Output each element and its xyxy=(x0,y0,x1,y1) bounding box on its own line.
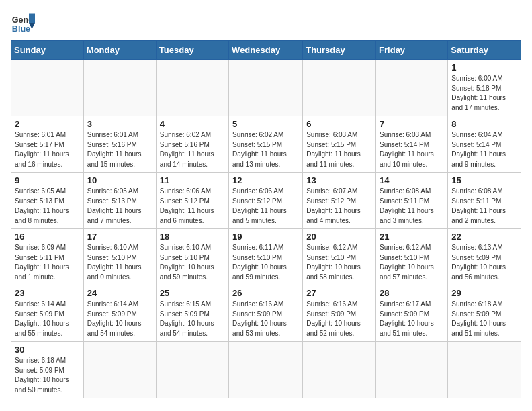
svg-marker-2 xyxy=(29,14,35,24)
day-info: Sunrise: 6:13 AM Sunset: 5:09 PM Dayligh… xyxy=(451,243,517,282)
calendar-cell xyxy=(83,342,156,398)
day-info: Sunrise: 6:10 AM Sunset: 5:10 PM Dayligh… xyxy=(160,243,225,282)
calendar-week-row: 1Sunrise: 6:00 AM Sunset: 5:18 PM Daylig… xyxy=(11,60,521,116)
day-info: Sunrise: 6:01 AM Sunset: 5:17 PM Dayligh… xyxy=(15,130,80,169)
calendar-cell: 5Sunrise: 6:02 AM Sunset: 5:15 PM Daylig… xyxy=(229,116,303,173)
calendar-cell: 16Sunrise: 6:09 AM Sunset: 5:11 PM Dayli… xyxy=(11,229,84,285)
day-info: Sunrise: 6:05 AM Sunset: 5:13 PM Dayligh… xyxy=(87,187,152,226)
calendar-cell: 12Sunrise: 6:06 AM Sunset: 5:12 PM Dayli… xyxy=(229,173,303,229)
day-number: 5 xyxy=(232,119,299,129)
day-number: 18 xyxy=(160,232,225,242)
calendar-cell: 17Sunrise: 6:10 AM Sunset: 5:10 PM Dayli… xyxy=(83,229,156,285)
day-number: 20 xyxy=(306,232,372,242)
day-number: 12 xyxy=(232,175,299,185)
calendar-week-row: 16Sunrise: 6:09 AM Sunset: 5:11 PM Dayli… xyxy=(11,229,521,285)
weekday-header-tuesday: Tuesday xyxy=(156,41,228,60)
weekday-header-thursday: Thursday xyxy=(303,41,376,60)
calendar-week-row: 9Sunrise: 6:05 AM Sunset: 5:13 PM Daylig… xyxy=(11,173,521,229)
calendar-cell: 13Sunrise: 6:07 AM Sunset: 5:12 PM Dayli… xyxy=(303,173,376,229)
calendar-cell xyxy=(11,60,84,116)
day-info: Sunrise: 6:04 AM Sunset: 5:14 PM Dayligh… xyxy=(451,130,517,169)
calendar-cell: 19Sunrise: 6:11 AM Sunset: 5:10 PM Dayli… xyxy=(229,229,303,285)
day-number: 7 xyxy=(380,119,444,129)
day-info: Sunrise: 6:02 AM Sunset: 5:16 PM Dayligh… xyxy=(160,130,225,169)
day-number: 3 xyxy=(87,119,152,129)
day-info: Sunrise: 6:00 AM Sunset: 5:18 PM Dayligh… xyxy=(451,74,517,113)
weekday-header-friday: Friday xyxy=(376,41,448,60)
day-number: 17 xyxy=(87,232,152,242)
svg-text:Blue: Blue xyxy=(12,24,30,34)
day-info: Sunrise: 6:03 AM Sunset: 5:14 PM Dayligh… xyxy=(380,130,444,169)
day-info: Sunrise: 6:15 AM Sunset: 5:09 PM Dayligh… xyxy=(160,300,225,338)
day-info: Sunrise: 6:16 AM Sunset: 5:09 PM Dayligh… xyxy=(306,300,372,338)
calendar-cell: 21Sunrise: 6:12 AM Sunset: 5:10 PM Dayli… xyxy=(376,229,448,285)
day-number: 19 xyxy=(232,232,299,242)
calendar-week-row: 23Sunrise: 6:14 AM Sunset: 5:09 PM Dayli… xyxy=(11,285,521,342)
day-number: 11 xyxy=(160,175,225,185)
calendar-cell: 18Sunrise: 6:10 AM Sunset: 5:10 PM Dayli… xyxy=(156,229,228,285)
day-info: Sunrise: 6:14 AM Sunset: 5:09 PM Dayligh… xyxy=(87,300,152,338)
calendar-cell: 2Sunrise: 6:01 AM Sunset: 5:17 PM Daylig… xyxy=(11,116,84,173)
day-info: Sunrise: 6:06 AM Sunset: 5:12 PM Dayligh… xyxy=(232,187,299,226)
day-info: Sunrise: 6:17 AM Sunset: 5:09 PM Dayligh… xyxy=(380,300,444,338)
calendar-cell xyxy=(303,60,376,116)
calendar-cell xyxy=(229,60,303,116)
day-number: 24 xyxy=(87,288,152,298)
calendar-cell: 7Sunrise: 6:03 AM Sunset: 5:14 PM Daylig… xyxy=(376,116,448,173)
day-info: Sunrise: 6:14 AM Sunset: 5:09 PM Dayligh… xyxy=(15,300,80,338)
day-number: 14 xyxy=(380,175,444,185)
calendar-cell xyxy=(448,342,521,398)
calendar-cell xyxy=(156,342,228,398)
day-info: Sunrise: 6:11 AM Sunset: 5:10 PM Dayligh… xyxy=(232,243,299,282)
calendar-cell: 30Sunrise: 6:18 AM Sunset: 5:09 PM Dayli… xyxy=(11,342,84,398)
day-number: 30 xyxy=(15,345,80,355)
day-number: 23 xyxy=(15,288,80,298)
calendar-cell: 27Sunrise: 6:16 AM Sunset: 5:09 PM Dayli… xyxy=(303,285,376,342)
calendar-cell xyxy=(376,342,448,398)
calendar-cell: 24Sunrise: 6:14 AM Sunset: 5:09 PM Dayli… xyxy=(83,285,156,342)
calendar-week-row: 30Sunrise: 6:18 AM Sunset: 5:09 PM Dayli… xyxy=(11,342,521,398)
weekday-header-monday: Monday xyxy=(83,41,156,60)
calendar-cell: 11Sunrise: 6:06 AM Sunset: 5:12 PM Dayli… xyxy=(156,173,228,229)
calendar-cell: 9Sunrise: 6:05 AM Sunset: 5:13 PM Daylig… xyxy=(11,173,84,229)
day-info: Sunrise: 6:16 AM Sunset: 5:09 PM Dayligh… xyxy=(232,300,299,338)
day-info: Sunrise: 6:08 AM Sunset: 5:11 PM Dayligh… xyxy=(380,187,444,226)
day-info: Sunrise: 6:18 AM Sunset: 5:09 PM Dayligh… xyxy=(451,300,517,338)
calendar-table: SundayMondayTuesdayWednesdayThursdayFrid… xyxy=(11,40,521,398)
weekday-header-wednesday: Wednesday xyxy=(229,41,303,60)
day-number: 13 xyxy=(306,175,372,185)
calendar-cell xyxy=(229,342,303,398)
logo-icon: General Blue xyxy=(11,11,35,35)
header: General Blue xyxy=(11,11,521,35)
day-info: Sunrise: 6:09 AM Sunset: 5:11 PM Dayligh… xyxy=(15,243,80,282)
day-number: 21 xyxy=(380,232,444,242)
day-number: 22 xyxy=(451,232,517,242)
calendar-cell: 29Sunrise: 6:18 AM Sunset: 5:09 PM Dayli… xyxy=(448,285,521,342)
day-number: 8 xyxy=(451,119,517,129)
day-info: Sunrise: 6:03 AM Sunset: 5:15 PM Dayligh… xyxy=(306,130,372,169)
day-info: Sunrise: 6:12 AM Sunset: 5:10 PM Dayligh… xyxy=(306,243,372,282)
weekday-header-sunday: Sunday xyxy=(11,41,84,60)
day-number: 25 xyxy=(160,288,225,298)
day-info: Sunrise: 6:08 AM Sunset: 5:11 PM Dayligh… xyxy=(451,187,517,226)
calendar-cell: 8Sunrise: 6:04 AM Sunset: 5:14 PM Daylig… xyxy=(448,116,521,173)
weekday-header-row: SundayMondayTuesdayWednesdayThursdayFrid… xyxy=(11,41,521,60)
calendar-cell xyxy=(376,60,448,116)
calendar-cell: 4Sunrise: 6:02 AM Sunset: 5:16 PM Daylig… xyxy=(156,116,228,173)
calendar-cell: 15Sunrise: 6:08 AM Sunset: 5:11 PM Dayli… xyxy=(448,173,521,229)
calendar-cell xyxy=(303,342,376,398)
calendar-cell xyxy=(83,60,156,116)
day-number: 2 xyxy=(15,119,80,129)
day-info: Sunrise: 6:01 AM Sunset: 5:16 PM Dayligh… xyxy=(87,130,152,169)
day-number: 1 xyxy=(451,62,517,73)
calendar-cell: 6Sunrise: 6:03 AM Sunset: 5:15 PM Daylig… xyxy=(303,116,376,173)
calendar-cell: 28Sunrise: 6:17 AM Sunset: 5:09 PM Dayli… xyxy=(376,285,448,342)
calendar-cell: 20Sunrise: 6:12 AM Sunset: 5:10 PM Dayli… xyxy=(303,229,376,285)
weekday-header-saturday: Saturday xyxy=(448,41,521,60)
calendar-cell: 25Sunrise: 6:15 AM Sunset: 5:09 PM Dayli… xyxy=(156,285,228,342)
day-info: Sunrise: 6:18 AM Sunset: 5:09 PM Dayligh… xyxy=(15,356,80,395)
day-number: 29 xyxy=(451,288,517,298)
day-number: 28 xyxy=(380,288,444,298)
day-info: Sunrise: 6:10 AM Sunset: 5:10 PM Dayligh… xyxy=(87,243,152,282)
day-number: 4 xyxy=(160,119,225,129)
